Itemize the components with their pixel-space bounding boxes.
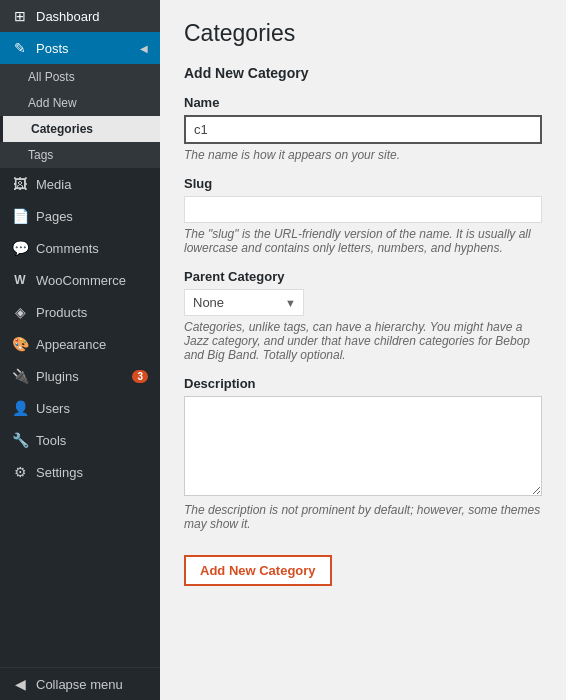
comments-icon: 💬 xyxy=(12,240,28,256)
slug-hint: The "slug" is the URL-friendly version o… xyxy=(184,227,542,255)
submenu-label: Categories xyxy=(31,122,93,136)
sidebar-item-label: Comments xyxy=(36,241,148,256)
sidebar-item-media[interactable]: 🖼 Media xyxy=(0,168,160,200)
sidebar-item-label: Appearance xyxy=(36,337,148,352)
sidebar-item-label: Plugins xyxy=(36,369,124,384)
settings-icon: ⚙ xyxy=(12,464,28,480)
sidebar-item-woocommerce[interactable]: W WooCommerce xyxy=(0,264,160,296)
pages-icon: 📄 xyxy=(12,208,28,224)
sidebar-item-comments[interactable]: 💬 Comments xyxy=(0,232,160,264)
sidebar-item-label: Media xyxy=(36,177,148,192)
plugins-icon: 🔌 xyxy=(12,368,28,384)
parent-category-group: Parent Category None ▼ Categories, unlik… xyxy=(184,269,542,362)
name-hint: The name is how it appears on your site. xyxy=(184,148,542,162)
media-icon: 🖼 xyxy=(12,176,28,192)
dashboard-icon: ⊞ xyxy=(12,8,28,24)
collapse-menu-button[interactable]: ◀ Collapse menu xyxy=(0,667,160,700)
plugins-badge: 3 xyxy=(132,370,148,383)
add-new-category-button[interactable]: Add New Category xyxy=(184,555,332,586)
sidebar-item-products[interactable]: ◈ Products xyxy=(0,296,160,328)
appearance-icon: 🎨 xyxy=(12,336,28,352)
submenu-label: Tags xyxy=(28,148,53,162)
sidebar-item-dashboard[interactable]: ⊞ Dashboard xyxy=(0,0,160,32)
posts-submenu: All Posts Add New Categories Tags xyxy=(0,64,160,168)
sidebar-item-label: Users xyxy=(36,401,148,416)
tools-icon: 🔧 xyxy=(12,432,28,448)
parent-hint: Categories, unlike tags, can have a hier… xyxy=(184,320,542,362)
sidebar-item-label: Dashboard xyxy=(36,9,148,24)
parent-select[interactable]: None xyxy=(184,289,304,316)
users-icon: 👤 xyxy=(12,400,28,416)
sidebar-item-label: Tools xyxy=(36,433,148,448)
submenu-label: All Posts xyxy=(28,70,75,84)
sidebar-item-all-posts[interactable]: All Posts xyxy=(0,64,160,90)
description-hint: The description is not prominent by defa… xyxy=(184,503,542,531)
slug-field-group: Slug The "slug" is the URL-friendly vers… xyxy=(184,176,542,255)
collapse-icon: ◀ xyxy=(12,676,28,692)
description-textarea[interactable] xyxy=(184,396,542,496)
posts-icon: ✎ xyxy=(12,40,28,56)
sidebar-item-label: Posts xyxy=(36,41,132,56)
sidebar-item-label: Settings xyxy=(36,465,148,480)
sidebar-item-plugins[interactable]: 🔌 Plugins 3 xyxy=(0,360,160,392)
sidebar-item-label: Products xyxy=(36,305,148,320)
description-field-group: Description The description is not promi… xyxy=(184,376,542,531)
description-label: Description xyxy=(184,376,542,391)
sidebar-item-users[interactable]: 👤 Users xyxy=(0,392,160,424)
name-label: Name xyxy=(184,95,542,110)
sidebar-item-add-new[interactable]: Add New xyxy=(0,90,160,116)
sidebar-item-appearance[interactable]: 🎨 Appearance xyxy=(0,328,160,360)
main-content: Categories Add New Category Name The nam… xyxy=(160,0,566,700)
chevron-icon: ◀ xyxy=(140,43,148,54)
name-field-group: Name The name is how it appears on your … xyxy=(184,95,542,162)
slug-label: Slug xyxy=(184,176,542,191)
collapse-label: Collapse menu xyxy=(36,677,148,692)
sidebar-item-label: Pages xyxy=(36,209,148,224)
sidebar-item-tags[interactable]: Tags xyxy=(0,142,160,168)
sidebar-item-settings[interactable]: ⚙ Settings xyxy=(0,456,160,488)
sidebar: ⊞ Dashboard ✎ Posts ◀ All Posts Add New … xyxy=(0,0,160,700)
sidebar-item-categories[interactable]: Categories xyxy=(0,116,160,142)
page-title: Categories xyxy=(184,20,542,47)
submenu-label: Add New xyxy=(28,96,77,110)
parent-label: Parent Category xyxy=(184,269,542,284)
sidebar-item-tools[interactable]: 🔧 Tools xyxy=(0,424,160,456)
sidebar-item-posts[interactable]: ✎ Posts ◀ xyxy=(0,32,160,64)
slug-input[interactable] xyxy=(184,196,542,223)
name-input[interactable] xyxy=(184,115,542,144)
products-icon: ◈ xyxy=(12,304,28,320)
sidebar-item-pages[interactable]: 📄 Pages xyxy=(0,200,160,232)
parent-select-wrap: None ▼ xyxy=(184,289,304,316)
section-title: Add New Category xyxy=(184,65,542,81)
woocommerce-icon: W xyxy=(12,272,28,288)
sidebar-item-label: WooCommerce xyxy=(36,273,148,288)
